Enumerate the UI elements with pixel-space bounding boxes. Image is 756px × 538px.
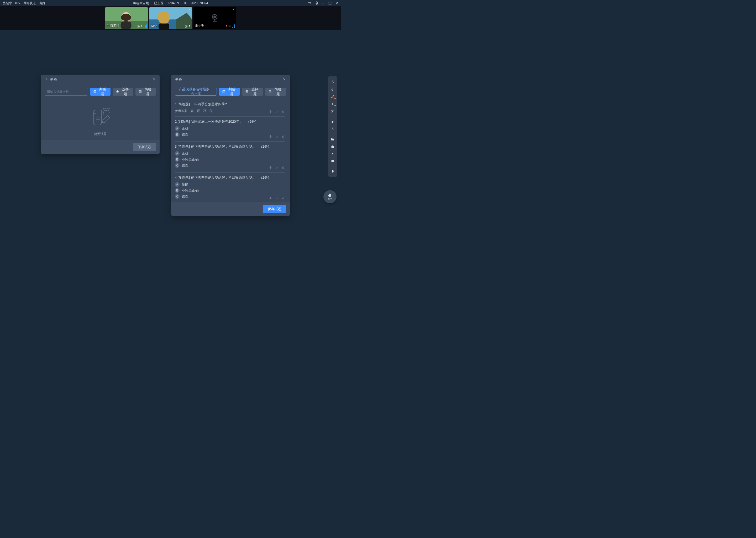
packet-loss: 丢包率：0%: [3, 1, 20, 6]
svg-rect-51: [331, 160, 334, 162]
question-option[interactable]: C错误: [175, 194, 285, 199]
question-title: 2 [判断题] 我国宪法上一次更新是在2020年。 （2分）: [175, 119, 285, 124]
option-badge: A: [175, 151, 179, 156]
minimize-icon[interactable]: [321, 1, 325, 5]
question-option[interactable]: C错误: [175, 163, 285, 168]
edit-question-icon[interactable]: [275, 166, 279, 170]
eraser-tool-icon[interactable]: [329, 118, 337, 125]
panel-close-icon[interactable]: [152, 78, 156, 82]
svg-rect-20: [230, 25, 230, 26]
question-list[interactable]: 1 [简答题] 一年四季分别是哪四季?参考答案：春、夏、秋、冬 2 [判断题] …: [175, 99, 286, 199]
question-option[interactable]: B不完全正确: [175, 157, 285, 162]
mic-muted-icon: [225, 24, 228, 28]
svg-point-40: [247, 91, 247, 92]
mic-icon: [229, 24, 231, 28]
option-badge: A: [175, 182, 179, 187]
svg-point-17: [214, 16, 215, 18]
question-title: 4 [多选题] 施华洛世奇是反华品牌，所以梁鼎琪反华。 （2分）: [175, 175, 285, 180]
move-question-icon[interactable]: [269, 166, 272, 170]
back-icon[interactable]: [45, 78, 48, 82]
option-badge: B: [175, 132, 179, 137]
raise-hand-count: 0/2: [328, 198, 332, 201]
save-quiz-button[interactable]: 保存试卷: [133, 143, 156, 151]
participant-tile[interactable]: 叮当老师: [105, 7, 148, 29]
tile-close-icon[interactable]: ✕: [188, 8, 191, 11]
question-option[interactable]: B不完全正确: [175, 188, 285, 193]
quiz-name-input[interactable]: [45, 88, 88, 96]
pen-tool-icon[interactable]: [329, 93, 337, 100]
question-option[interactable]: B错误: [175, 132, 285, 137]
record-indicator-icon: [185, 25, 187, 28]
question-item: 3 [单选题] 施华洛世奇是反华品牌，所以梁鼎琪反华。 （2分）A正确B不完全正…: [175, 141, 285, 173]
edit-question-icon[interactable]: [275, 197, 279, 199]
settings-icon[interactable]: [314, 1, 318, 5]
svg-point-1: [316, 3, 317, 4]
delete-question-icon[interactable]: [281, 197, 285, 199]
quiz-name-display[interactable]: 产品说试卷名称最多十六个字: [175, 88, 217, 96]
add-short-answer-button[interactable]: 简答题: [135, 88, 156, 96]
edit-question-icon[interactable]: [275, 135, 279, 139]
svg-rect-15: [189, 25, 190, 26]
scissors-tool-icon[interactable]: [329, 108, 337, 115]
bell-icon[interactable]: [329, 168, 337, 175]
camera-toggle-icon[interactable]: [307, 1, 311, 5]
panel-title: 测验: [175, 77, 282, 82]
panel-close-icon[interactable]: [282, 78, 286, 82]
svg-rect-0: [308, 2, 310, 4]
add-choice-button[interactable]: 选择题: [113, 88, 133, 96]
delete-question-icon[interactable]: [281, 135, 285, 139]
option-badge: B: [175, 188, 179, 193]
question-tools: [269, 110, 285, 114]
move-question-icon[interactable]: [269, 110, 272, 114]
question-option[interactable]: A正确: [175, 151, 285, 156]
svg-rect-48: [331, 146, 334, 147]
save-quiz-button[interactable]: 保存试卷: [263, 205, 286, 213]
add-choice-button[interactable]: 选择题: [242, 88, 263, 96]
question-tools: [269, 197, 285, 199]
svg-point-45: [331, 110, 332, 111]
move-question-icon[interactable]: [269, 135, 272, 139]
add-short-answer-button[interactable]: 简答题: [265, 88, 286, 96]
empty-text: 暂无试题: [94, 132, 107, 136]
user-icon[interactable]: [329, 150, 337, 157]
question-option[interactable]: A是的: [175, 182, 285, 187]
option-badge: B: [175, 157, 179, 162]
add-judge-button[interactable]: 判断题: [219, 88, 240, 96]
move-question-icon[interactable]: [269, 197, 272, 199]
participant-name: 王小明: [195, 24, 205, 28]
tile-close-icon[interactable]: ✕: [233, 8, 235, 11]
quiz-panel-empty: 测验 判断题 选择题 简答题: [41, 75, 160, 154]
question-option[interactable]: A正确: [175, 126, 285, 131]
delete-question-icon[interactable]: [281, 110, 285, 114]
question-tools: [269, 135, 285, 139]
delete-question-icon[interactable]: [281, 166, 285, 170]
edit-question-icon[interactable]: [275, 110, 279, 114]
choice-icon: [116, 90, 119, 93]
option-badge: A: [175, 126, 179, 131]
participant-tile[interactable]: ✕ Nina: [149, 7, 192, 29]
video-row: 叮当老师 ✕ Nina ✕ 王小明: [0, 6, 341, 30]
toolbox-icon[interactable]: [329, 143, 337, 150]
svg-point-50: [332, 153, 333, 154]
close-icon[interactable]: [335, 1, 339, 5]
svg-rect-14: [159, 24, 169, 29]
text-tool-icon[interactable]: [329, 100, 337, 107]
elapsed-time: 已上课：02:34:09: [154, 1, 179, 6]
cursor-tool-icon[interactable]: [329, 78, 337, 85]
question-answer: 参考答案：春、夏、秋、冬: [175, 109, 285, 113]
folder-icon[interactable]: [329, 135, 337, 142]
chat-icon[interactable]: [329, 158, 337, 164]
question-item: 4 [多选题] 施华洛世奇是反华品牌，所以梁鼎琪反华。 （2分）A是的B不完全正…: [175, 173, 285, 199]
fullscreen-icon[interactable]: [328, 1, 332, 5]
add-judge-button[interactable]: 判断题: [90, 88, 111, 96]
network-status: 网络状态：良好: [24, 1, 45, 6]
move-tool-icon[interactable]: [329, 86, 337, 92]
svg-point-44: [332, 81, 333, 82]
participant-tile[interactable]: ✕ 王小明: [193, 7, 236, 29]
laser-tool-icon[interactable]: [329, 125, 337, 132]
svg-rect-9: [141, 25, 142, 26]
question-item: 2 [判断题] 我国宪法上一次更新是在2020年。 （2分）A正确B错误: [175, 117, 285, 141]
raise-hand-button[interactable]: 0/2: [323, 190, 337, 203]
volume-bars-icon: [232, 24, 235, 28]
option-badge: C: [175, 163, 179, 168]
